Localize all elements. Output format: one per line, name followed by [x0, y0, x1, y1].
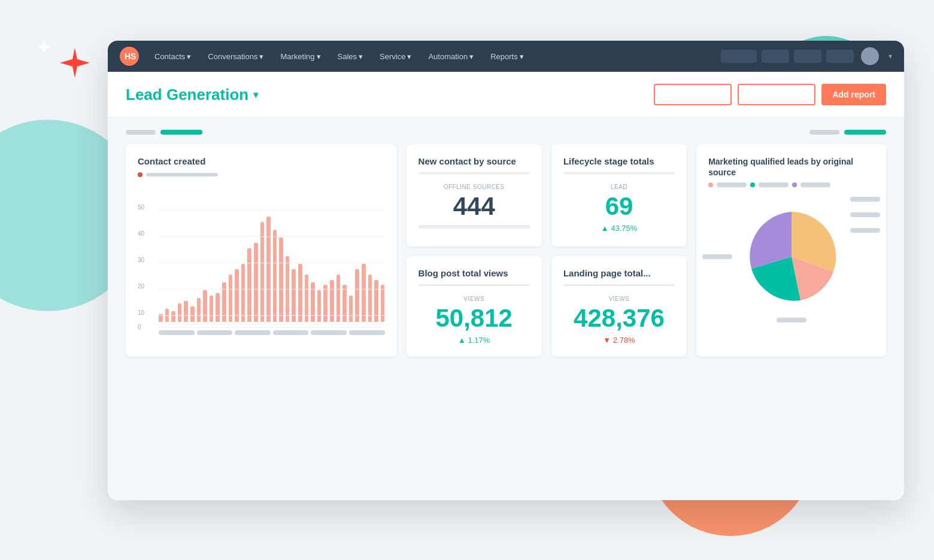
pie-side-labels — [850, 197, 880, 233]
filter-button-1[interactable] — [654, 84, 732, 105]
nav-automation[interactable]: Automation ▾ — [422, 48, 480, 65]
lifecycle-stage-card: Lifecycle stage totals LEAD 69 ▲ 43.75% — [551, 144, 687, 246]
mql-card: Marketing qualified leads by original so… — [696, 144, 886, 357]
filter-pill-active — [160, 130, 202, 135]
lifecycle-stage-change: ▲ 43.75% — [563, 224, 675, 233]
nav-service[interactable]: Service ▾ — [374, 48, 417, 65]
dashboard-area: Lead Generation ▾ Add report — [108, 72, 904, 500]
landing-page-views-label: VIEWS — [563, 296, 675, 302]
nav-search-pill — [721, 50, 757, 63]
bar-16 — [260, 222, 265, 322]
dashboard-title: Lead Generation ▾ — [126, 86, 654, 104]
hubspot-logo: HS — [120, 47, 139, 66]
x-pill-2 — [197, 330, 233, 335]
pie-left-labels — [702, 254, 732, 259]
new-contact-source-label: OFFLINE SOURCES — [419, 184, 530, 190]
x-pill-5 — [311, 330, 347, 335]
nav-settings-pill — [794, 50, 821, 63]
x-pill-4 — [273, 330, 309, 335]
svg-text:HS: HS — [125, 51, 136, 61]
nav-reports[interactable]: Reports ▾ — [484, 48, 530, 65]
bar-7 — [203, 290, 207, 322]
filter-pill-1 — [126, 130, 156, 135]
nav-marketing[interactable]: Marketing ▾ — [274, 48, 326, 65]
legend-pill-1 — [717, 182, 747, 187]
lifecycle-stage-label: LEAD — [563, 184, 675, 190]
nav-user-chevron[interactable]: ▾ — [888, 52, 892, 60]
new-contact-source-card: New contact by source OFFLINE SOURCES 44… — [407, 144, 542, 246]
bar-15 — [254, 243, 258, 322]
star-decoration-white: ✦ — [36, 36, 52, 59]
legend-pill-2 — [759, 182, 789, 187]
content-area: Contact created 50 40 30 20 10 0 — [108, 118, 904, 369]
legend-dot-teal — [750, 182, 755, 187]
user-avatar[interactable] — [861, 47, 879, 65]
chart-x-labels — [138, 330, 385, 335]
dashboard-title-text: Lead Generation — [126, 86, 248, 104]
legend-dot-orange — [708, 182, 713, 187]
filter-pill-right-1 — [809, 130, 839, 135]
blog-post-views-card: Blog post total views VIEWS 50,812 ▲ 1.1… — [407, 256, 542, 357]
bar-18 — [273, 230, 277, 322]
x-pill-3 — [235, 330, 271, 335]
pie-side-pill-2 — [850, 212, 880, 217]
bar-8 — [210, 296, 214, 322]
legend-dot-purple — [792, 182, 797, 187]
bar-4 — [184, 301, 188, 322]
grid-line-30 — [159, 263, 385, 263]
pie-bottom-pill — [777, 318, 806, 322]
star-decoration-red — [60, 48, 90, 80]
bar-10 — [222, 282, 226, 322]
bar-35 — [381, 285, 385, 322]
pie-side-pill-3 — [850, 228, 880, 233]
pie-bottom-label — [777, 318, 806, 322]
filter-button-2[interactable] — [738, 84, 815, 105]
y-label-20: 20 — [138, 283, 144, 290]
grid-line-40 — [159, 236, 385, 237]
y-label-40: 40 — [138, 230, 144, 237]
bar-29 — [342, 285, 347, 322]
blog-post-views-change: ▲ 1.17% — [419, 336, 530, 345]
nav-conversations[interactable]: Conversations ▾ — [202, 48, 269, 65]
nav-contacts[interactable]: Contacts ▾ — [148, 48, 197, 65]
bar-25 — [317, 290, 322, 322]
chart-dot — [138, 172, 142, 177]
bar-2 — [171, 311, 175, 322]
lifecycle-stage-title: Lifecycle stage totals — [563, 156, 675, 166]
bar-9 — [216, 293, 220, 322]
grid-line-10 — [159, 315, 385, 316]
nav-sales[interactable]: Sales ▾ — [332, 48, 369, 65]
pie-side-pill-1 — [850, 197, 880, 202]
bar-21 — [292, 269, 296, 322]
bar-17 — [266, 217, 271, 322]
y-label-0: 0 — [138, 324, 141, 330]
bar-19 — [279, 238, 283, 322]
header-actions: Add report — [654, 84, 886, 105]
x-pill-6 — [349, 330, 385, 335]
filter-bar — [126, 130, 886, 135]
y-label-10: 10 — [138, 309, 144, 316]
bar-13 — [241, 264, 245, 322]
bar-24 — [311, 282, 315, 322]
bar-30 — [349, 296, 353, 322]
dashboard-title-chevron[interactable]: ▾ — [253, 89, 258, 101]
filter-pill-right-active — [844, 130, 886, 135]
legend-pill-3 — [800, 182, 830, 187]
pie-chart-svg — [741, 206, 842, 308]
bar-3 — [178, 303, 182, 322]
landing-page-views-change: ▼ 2.78% — [563, 336, 675, 345]
new-contact-source-value: 444 — [419, 194, 530, 219]
landing-page-views-value: 428,376 — [563, 306, 675, 331]
grid-line-0 — [159, 327, 385, 328]
bar-12 — [235, 269, 239, 322]
contact-created-card: Contact created 50 40 30 20 10 0 — [126, 144, 397, 357]
bar-26 — [323, 285, 327, 322]
grid-line-20 — [159, 289, 385, 290]
nav-help-pill — [762, 50, 789, 63]
new-contact-source-title: New contact by source — [419, 156, 530, 166]
card-divider-4 — [563, 284, 675, 286]
add-report-button[interactable]: Add report — [821, 84, 886, 105]
blog-post-views-value: 50,812 — [419, 306, 530, 331]
new-contact-source-bar — [419, 225, 530, 229]
pie-left-pill-1 — [702, 254, 732, 259]
